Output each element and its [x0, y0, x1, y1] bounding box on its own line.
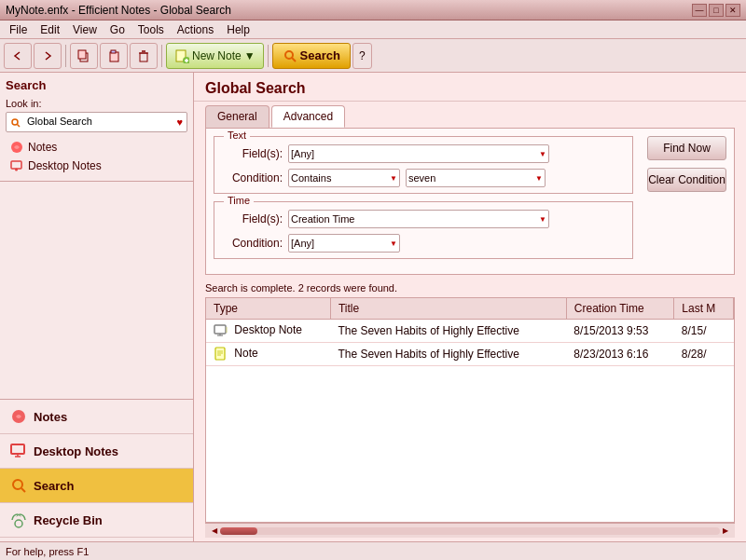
- text-condition-val-dropdown[interactable]: seven ▼: [406, 169, 546, 187]
- menu-edit[interactable]: Edit: [35, 21, 65, 38]
- row1-title: The Seven Habits of Highly Effective: [330, 320, 566, 343]
- desktop-notes-nav-icon: [9, 442, 28, 460]
- menu-tools[interactable]: Tools: [132, 21, 170, 38]
- toolbar: New Note ▼ Search ?: [0, 39, 746, 73]
- status-text: For help, press F1: [6, 546, 89, 557]
- search-toolbar-icon: [283, 48, 297, 63]
- horizontal-scrollbar[interactable]: ◀ ▶: [205, 523, 735, 538]
- text-condition-val-value: seven: [408, 172, 435, 184]
- toolbar-paste-button[interactable]: [100, 43, 128, 69]
- maximize-button[interactable]: □: [709, 4, 724, 17]
- search-toolbar-label: Search: [300, 48, 340, 62]
- toolbar-separator-3: [268, 45, 269, 67]
- row2-title: The Seven Habits of Highly Effective: [330, 343, 566, 366]
- text-condition-label: Condition:: [222, 171, 283, 184]
- text-condition-op-value: Contains: [291, 172, 331, 184]
- sidebar-search-section: Search Look in: Global Search ♥ Notes: [0, 73, 193, 182]
- time-fields-value: Creation Time: [291, 213, 354, 225]
- copy-icon: [76, 48, 91, 63]
- text-condition-op-dropdown[interactable]: Contains ▼: [288, 169, 400, 187]
- menu-help[interactable]: Help: [221, 21, 256, 38]
- nav-search[interactable]: Search: [0, 469, 193, 503]
- paste-icon: [106, 48, 121, 63]
- nav-search-label: Search: [34, 479, 74, 493]
- desktop-note-row-icon: [214, 323, 228, 338]
- title-bar-controls: — □ ✕: [692, 4, 740, 17]
- svg-rect-29: [215, 348, 225, 360]
- new-note-button[interactable]: New Note ▼: [166, 43, 264, 69]
- help-toolbar-label: ?: [359, 49, 366, 62]
- text-fields-dropdown[interactable]: [Any] ▼: [288, 144, 549, 163]
- main-layout: Search Look in: Global Search ♥ Notes: [0, 73, 746, 541]
- svg-rect-4: [140, 53, 147, 61]
- nav-desktop-notes[interactable]: Desktop Notes: [0, 434, 193, 469]
- look-in-search-icon: [10, 117, 21, 129]
- condition-val-arrow: ▼: [535, 174, 543, 183]
- menu-view[interactable]: View: [67, 21, 103, 38]
- time-fields-dropdown[interactable]: Creation Time ▼: [288, 210, 549, 228]
- clear-condition-button[interactable]: Clear Condition: [647, 168, 726, 192]
- content-area: Global Search General Advanced Text Fiel…: [194, 73, 746, 541]
- toolbar-copy-button[interactable]: [70, 43, 98, 69]
- svg-rect-1: [78, 50, 86, 59]
- look-in-dropdown[interactable]: Global Search ♥: [6, 112, 187, 132]
- row1-type: Desktop Note: [206, 320, 330, 343]
- scroll-left-arrow[interactable]: ◀: [209, 526, 220, 537]
- col-last-modified[interactable]: Last M: [674, 298, 734, 320]
- table-row[interactable]: Note The Seven Habits of Highly Effectiv…: [206, 343, 734, 366]
- toolbar-delete-button[interactable]: [130, 43, 158, 69]
- notes-nav-icon: [9, 407, 28, 426]
- col-type[interactable]: Type: [206, 298, 330, 320]
- row1-creation: 8/15/2013 9:53: [566, 320, 673, 343]
- svg-rect-19: [11, 444, 24, 454]
- sidebar-notes-item[interactable]: Notes: [6, 138, 187, 157]
- col-creation-time[interactable]: Creation Time: [566, 298, 673, 320]
- scroll-right-arrow[interactable]: ▶: [720, 526, 731, 537]
- menu-bar: File Edit View Go Tools Actions Help: [0, 20, 746, 39]
- find-now-button[interactable]: Find Now: [647, 136, 726, 160]
- text-group: Text Field(s): [Any] ▼ Condition: Contai…: [214, 136, 633, 194]
- toolbar-back-button[interactable]: [4, 43, 32, 69]
- scroll-thumb[interactable]: [220, 527, 257, 535]
- table-row[interactable]: Desktop Note The Seven Habits of Highly …: [206, 320, 734, 343]
- minimize-button[interactable]: —: [692, 4, 707, 17]
- search-status: Search is complete. 2 records were found…: [194, 280, 746, 297]
- nav-notes[interactable]: Notes: [0, 400, 193, 434]
- row1-modified: 8/15/: [674, 320, 734, 343]
- forward-icon: [40, 48, 55, 63]
- new-note-arrow: ▼: [244, 49, 256, 62]
- nav-desktop-notes-label: Desktop Notes: [34, 444, 118, 458]
- sidebar-desktop-notes-item[interactable]: Desktop Notes: [6, 157, 187, 175]
- col-title[interactable]: Title: [330, 298, 566, 320]
- row2-type: Note: [206, 343, 330, 366]
- text-condition-row: Condition: Contains ▼ seven ▼: [222, 169, 625, 187]
- menu-file[interactable]: File: [4, 21, 33, 38]
- menu-go[interactable]: Go: [104, 21, 131, 38]
- look-in-value: Global Search: [27, 116, 92, 127]
- menu-actions[interactable]: Actions: [172, 21, 219, 38]
- svg-rect-25: [214, 325, 226, 334]
- tab-general[interactable]: General: [205, 105, 269, 128]
- time-condition-dropdown[interactable]: [Any] ▼: [288, 234, 400, 253]
- text-fields-arrow: ▼: [539, 150, 546, 158]
- nav-recycle-bin[interactable]: Recycle Bin: [0, 503, 193, 538]
- toolbar-forward-button[interactable]: [34, 43, 62, 69]
- svg-point-17: [15, 169, 18, 171]
- look-in-label: Look in:: [6, 98, 187, 109]
- tab-advanced[interactable]: Advanced: [271, 105, 345, 128]
- new-note-label: New Note: [192, 49, 242, 62]
- sidebar-desktop-notes-label: Desktop Notes: [28, 159, 102, 172]
- condition-op-arrow: ▼: [390, 174, 397, 183]
- recycle-nav-icon: [9, 511, 28, 529]
- help-toolbar-button[interactable]: ?: [352, 43, 372, 69]
- sidebar: Search Look in: Global Search ♥ Notes: [0, 73, 194, 541]
- close-button[interactable]: ✕: [725, 4, 740, 17]
- sidebar-desktop-icon: [9, 158, 24, 173]
- time-condition-arrow: ▼: [390, 239, 397, 248]
- svg-point-22: [13, 480, 22, 489]
- search-toolbar-button[interactable]: Search: [272, 43, 351, 69]
- sidebar-note-icon: [9, 140, 24, 155]
- text-fields-value: [Any]: [291, 148, 314, 159]
- scroll-track[interactable]: [220, 527, 720, 535]
- svg-rect-3: [111, 50, 116, 53]
